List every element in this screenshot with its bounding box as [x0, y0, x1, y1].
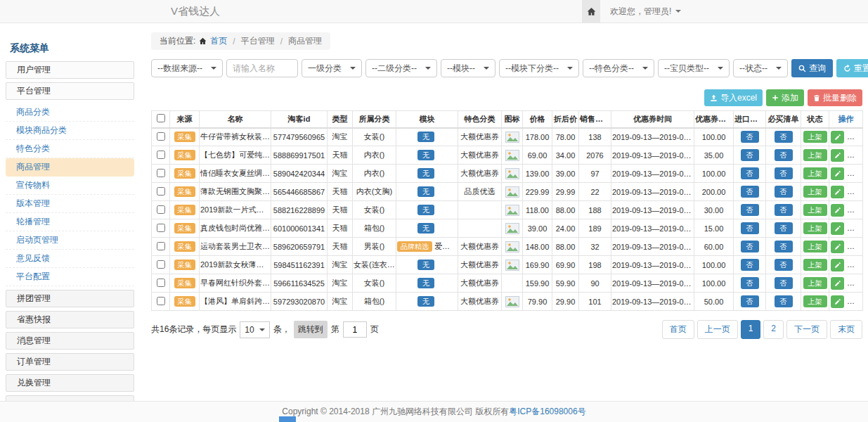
sidebar-submenu-item[interactable]: 特色分类	[6, 140, 134, 158]
import-select-toggle[interactable]: 否	[741, 259, 759, 271]
delete-button[interactable]	[848, 222, 861, 235]
import-select-toggle[interactable]: 否	[741, 167, 759, 179]
batch-delete-button[interactable]: 批量删除	[808, 89, 862, 106]
row-checkbox[interactable]	[157, 205, 165, 214]
name-search-input[interactable]	[226, 59, 298, 77]
status-badge[interactable]: 上架	[803, 149, 827, 161]
status-badge[interactable]: 上架	[803, 222, 827, 234]
delete-button[interactable]	[848, 259, 861, 271]
row-checkbox[interactable]	[157, 224, 165, 232]
row-checkbox[interactable]	[157, 132, 165, 141]
sidebar-item[interactable]: 拼团管理	[6, 290, 134, 307]
sidebar-item[interactable]: 消息管理	[6, 332, 134, 350]
sidebar-submenu-item[interactable]: 模块商品分类	[6, 122, 134, 140]
status-badge[interactable]: 上架	[803, 241, 827, 252]
delete-button[interactable]	[848, 204, 861, 217]
sidebar-item-platform-management[interactable]: 平台管理	[6, 82, 134, 100]
edit-button[interactable]	[831, 131, 844, 143]
row-checkbox[interactable]	[157, 279, 165, 287]
sidebar-submenu-item[interactable]: 商品分类	[6, 103, 134, 122]
import-select-toggle[interactable]: 否	[741, 222, 759, 234]
edit-button[interactable]	[831, 259, 844, 271]
sidebar-submenu-item[interactable]: 启动页管理	[6, 231, 134, 250]
delete-button[interactable]	[848, 167, 861, 180]
page-button[interactable]: 首页	[662, 320, 694, 339]
page-button[interactable]: 末页	[830, 320, 862, 339]
must-buy-toggle[interactable]: 否	[775, 241, 793, 252]
row-checkbox[interactable]	[157, 260, 165, 269]
status-badge[interactable]: 上架	[803, 295, 827, 307]
delete-button[interactable]	[848, 131, 861, 143]
import-select-toggle[interactable]: 否	[741, 277, 759, 289]
must-buy-toggle[interactable]: 否	[775, 222, 793, 234]
status-badge[interactable]: 上架	[803, 186, 827, 198]
edit-button[interactable]	[831, 186, 844, 198]
must-buy-toggle[interactable]: 否	[775, 186, 793, 198]
sidebar-submenu-item[interactable]: 轮播管理	[6, 213, 134, 231]
status-badge[interactable]: 上架	[803, 259, 827, 271]
status-badge[interactable]: 上架	[803, 277, 827, 289]
must-buy-toggle[interactable]: 否	[775, 277, 793, 289]
row-checkbox[interactable]	[157, 297, 165, 305]
must-buy-toggle[interactable]: 否	[775, 149, 793, 161]
filter-select[interactable]: 一级分类	[302, 59, 362, 77]
page-button[interactable]: 1	[741, 320, 761, 339]
page-number-input[interactable]	[343, 321, 367, 338]
status-badge[interactable]: 上架	[803, 204, 827, 216]
user-menu[interactable]: 欢迎您，管理员!	[600, 0, 681, 23]
edit-button[interactable]	[831, 222, 844, 235]
filter-select[interactable]: --特色分类--	[583, 59, 654, 77]
sidebar-submenu-item[interactable]: 版本管理	[6, 195, 134, 213]
add-button[interactable]: 添加	[766, 89, 804, 106]
delete-button[interactable]	[848, 149, 861, 162]
sidebar-submenu-item[interactable]: 商品管理	[6, 158, 134, 177]
must-buy-toggle[interactable]: 否	[775, 131, 793, 143]
sidebar-item[interactable]: 兑换管理	[6, 374, 134, 392]
row-checkbox[interactable]	[157, 169, 165, 177]
row-checkbox[interactable]	[157, 187, 165, 196]
filter-select-data-source[interactable]: --数据来源--	[151, 59, 223, 77]
edit-button[interactable]	[831, 167, 844, 180]
import-select-toggle[interactable]: 否	[741, 186, 759, 198]
sidebar-item[interactable]: 省惠快报	[6, 311, 134, 328]
status-badge[interactable]: 上架	[803, 131, 827, 143]
must-buy-toggle[interactable]: 否	[775, 259, 793, 271]
delete-button[interactable]	[848, 295, 861, 308]
sidebar-item[interactable]: 订单管理	[6, 353, 134, 371]
page-button[interactable]: 上一页	[697, 320, 738, 339]
filter-select[interactable]: --二级分类--	[365, 59, 437, 77]
import-select-toggle[interactable]: 否	[741, 241, 759, 252]
edit-button[interactable]	[831, 241, 844, 253]
edit-button[interactable]	[831, 204, 844, 217]
edit-button[interactable]	[831, 149, 844, 162]
edit-button[interactable]	[831, 277, 844, 290]
filter-select[interactable]: --状态--	[733, 59, 788, 77]
must-buy-toggle[interactable]: 否	[775, 204, 793, 216]
filter-select[interactable]: --模块--	[441, 59, 495, 77]
reset-button[interactable]: 重置	[836, 59, 868, 77]
icp-link[interactable]: 粤ICP备16098006号	[509, 407, 585, 416]
page-button[interactable]: 2	[763, 320, 784, 339]
sidebar-submenu-item[interactable]: 意见反馈	[6, 250, 134, 268]
delete-button[interactable]	[848, 277, 861, 290]
import-select-toggle[interactable]: 否	[741, 295, 759, 307]
filter-select[interactable]: --宝贝类型--	[658, 59, 730, 77]
must-buy-toggle[interactable]: 否	[775, 167, 793, 179]
import-select-toggle[interactable]: 否	[741, 149, 759, 161]
status-badge[interactable]: 上架	[803, 167, 827, 179]
edit-button[interactable]	[831, 295, 844, 308]
filter-select[interactable]: --模块下分类--	[499, 59, 579, 77]
select-all-checkbox[interactable]	[157, 114, 165, 122]
row-checkbox[interactable]	[157, 242, 165, 250]
breadcrumb-home-link[interactable]: 首页	[210, 35, 227, 47]
import-excel-button[interactable]: 导入excel	[704, 89, 763, 106]
sidebar-submenu-item[interactable]: 宣传物料	[6, 177, 134, 195]
import-select-toggle[interactable]: 否	[741, 204, 759, 216]
must-buy-toggle[interactable]: 否	[775, 295, 793, 307]
sidebar-submenu-item[interactable]: 平台配置	[6, 268, 134, 286]
sidebar-item-user-management[interactable]: 用户管理	[6, 61, 134, 79]
page-button[interactable]: 下一页	[786, 320, 827, 339]
jump-button[interactable]: 跳转到	[294, 321, 328, 338]
delete-button[interactable]	[848, 186, 861, 198]
row-checkbox[interactable]	[157, 151, 165, 159]
